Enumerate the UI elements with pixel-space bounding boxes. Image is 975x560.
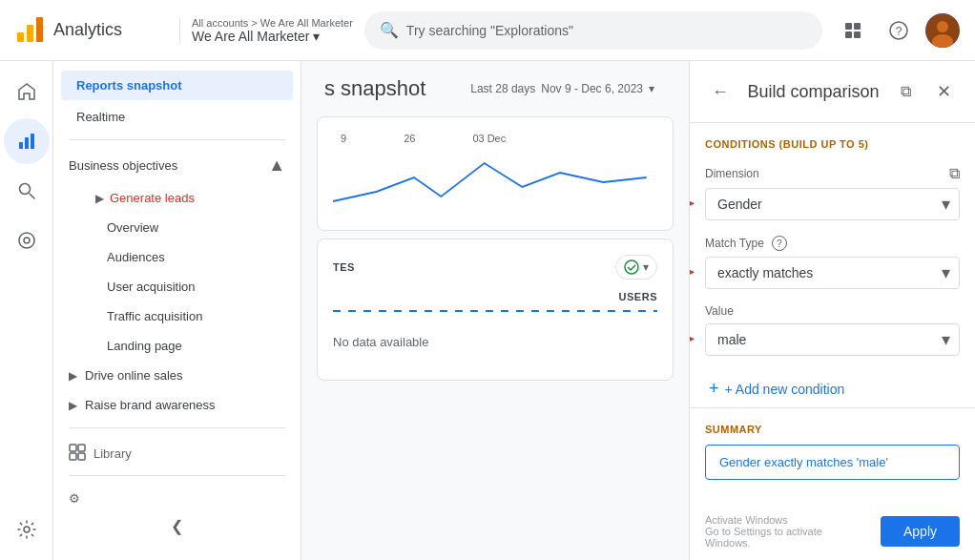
dropdown-icon: ▾	[313, 29, 320, 44]
sidebar-item-user-acquisition[interactable]: User acquisition	[53, 272, 301, 301]
value-select-wrapper[interactable]: male ▾	[705, 323, 960, 356]
svg-rect-4	[854, 23, 861, 30]
red-arrow-3: ➤	[690, 327, 695, 350]
sidebar-item-landing-page[interactable]: Landing page	[53, 331, 301, 361]
sidebar-item-raise-brand-awareness[interactable]: ▶ Raise brand awareness	[53, 390, 301, 420]
svg-point-23	[625, 260, 638, 274]
svg-point-16	[19, 233, 34, 248]
close-button[interactable]: ✕	[929, 76, 960, 107]
nav-home[interactable]	[4, 69, 50, 114]
analytics-logo-icon	[15, 15, 46, 46]
svg-rect-22	[78, 453, 85, 460]
svg-point-15	[19, 184, 30, 195]
sidebar-settings-icon: ⚙	[69, 491, 80, 506]
main-content: s snapshot Last 28 days Nov 9 - Dec 6, 2…	[301, 61, 975, 560]
top-navigation: Analytics All accounts > We Are All Mark…	[0, 0, 975, 61]
sidebar-category-business-objectives[interactable]: Business objectives ▲	[53, 148, 301, 183]
search-icon: 🔍	[380, 21, 399, 39]
breadcrumb: All accounts > We Are All Marketer	[192, 17, 353, 29]
sidebar-collapse-btn[interactable]: ❮	[53, 513, 301, 539]
sidebar-settings[interactable]: ⚙	[53, 484, 301, 513]
svg-rect-19	[70, 445, 76, 451]
dimension-select-wrapper[interactable]: Gender ▾	[705, 188, 960, 220]
dropdown-icon-2: ▾	[643, 260, 649, 274]
help-icon: ?	[889, 21, 908, 40]
chart-area: 9 26 03 Dec	[317, 116, 674, 231]
value-field-wrapper: ➤ male ▾	[705, 323, 960, 356]
sidebar-item-drive-online-sales[interactable]: ▶ Drive online sales	[53, 361, 301, 390]
account-info: All accounts > We Are All Marketer We Ar…	[179, 17, 353, 44]
dashed-line	[333, 310, 657, 312]
svg-rect-21	[70, 453, 76, 460]
logo-area: Analytics	[15, 15, 168, 46]
sidebar: Reports snapshot Realtime Business objec…	[53, 61, 301, 560]
match-type-select-wrapper[interactable]: exactly matches ▾	[705, 257, 960, 289]
nav-settings[interactable]	[4, 507, 50, 552]
svg-rect-13	[25, 137, 29, 149]
svg-point-18	[24, 527, 30, 532]
sidebar-divider-1	[69, 139, 285, 140]
svg-point-17	[24, 238, 30, 243]
dimension-select[interactable]: Gender	[705, 188, 960, 220]
grid-icon	[843, 21, 862, 40]
svg-rect-2	[36, 17, 43, 42]
summary-box: Gender exactly matches 'male'	[705, 445, 960, 480]
date-range-button[interactable]: Last 28 days Nov 9 - Dec 6, 2023 ▾	[459, 76, 666, 101]
icon-navigation	[0, 61, 53, 560]
advertising-icon	[16, 230, 37, 251]
content-area: s snapshot Last 28 days Nov 9 - Dec 6, 2…	[301, 61, 689, 560]
nav-advertising[interactable]	[4, 218, 50, 263]
arrow-right-icon: ▶	[95, 192, 104, 205]
value-select[interactable]: male	[705, 323, 960, 356]
search-bar[interactable]: 🔍 Try searching "Explorations"	[364, 11, 822, 50]
nav-reports[interactable]	[4, 118, 50, 164]
avatar-image	[925, 13, 960, 48]
apply-button[interactable]: Apply	[881, 516, 960, 547]
summary-label: SUMMARY	[705, 424, 960, 435]
section-panel-header: TES ▾	[333, 255, 657, 280]
sidebar-item-traffic-acquisition[interactable]: Traffic acquisition	[53, 301, 301, 331]
match-type-select[interactable]: exactly matches	[705, 257, 960, 289]
account-name[interactable]: We Are All Marketer ▾	[192, 29, 353, 44]
match-type-help-icon[interactable]: ?	[772, 236, 787, 251]
chart-dates: 9 26 03 Dec	[333, 133, 657, 144]
chevron-up-icon: ▲	[268, 156, 285, 176]
page-title: s snapshot	[324, 76, 425, 101]
arrow-right-icon-2: ▶	[69, 369, 77, 383]
svg-rect-3	[845, 23, 852, 30]
sidebar-divider-2	[69, 427, 285, 428]
grid-button[interactable]	[834, 11, 872, 50]
sidebar-item-reports-snapshot[interactable]: Reports snapshot	[61, 71, 293, 100]
svg-rect-20	[78, 445, 85, 451]
add-condition-button[interactable]: + + Add new condition	[705, 371, 960, 406]
svg-rect-6	[854, 31, 861, 38]
back-button[interactable]: ←	[705, 76, 736, 107]
sidebar-item-realtime[interactable]: Realtime	[61, 102, 293, 132]
red-arrow-2: ➤	[690, 260, 695, 283]
right-panel-title: Build comparison	[747, 82, 879, 102]
panel-header-icons: ⧉ ✕	[891, 76, 960, 107]
right-panel-header: ← Build comparison ⧉ ✕	[690, 61, 975, 123]
app-title: Analytics	[53, 20, 122, 40]
summary-section: SUMMARY Gender exactly matches 'male'	[690, 407, 975, 507]
avatar[interactable]	[925, 13, 960, 48]
dimension-field-wrapper: ➤ Gender ▾	[705, 188, 960, 220]
copy-dimension-icon[interactable]: ⧉	[949, 165, 960, 182]
panel-footer: Activate Windows Go to Settings to activ…	[690, 507, 975, 560]
copy-button[interactable]: ⧉	[891, 76, 922, 107]
sidebar-item-library[interactable]: Library	[53, 436, 301, 471]
check-button[interactable]: ▾	[615, 255, 657, 280]
no-data-message: No data available	[333, 320, 657, 364]
sidebar-item-generate-leads[interactable]: ▶ Generate leads	[53, 183, 301, 213]
library-icon	[69, 444, 86, 464]
sidebar-item-overview[interactable]: Overview	[53, 213, 301, 242]
home-icon	[16, 81, 37, 102]
match-type-label: Match Type ?	[705, 236, 960, 251]
arrow-right-icon-3: ▶	[69, 399, 77, 412]
sidebar-item-audiences[interactable]: Audiences	[53, 242, 301, 272]
help-button[interactable]: ?	[880, 11, 918, 50]
nav-explore[interactable]	[4, 168, 50, 214]
checkmark-icon	[624, 259, 639, 275]
chevron-left-icon: ❮	[171, 517, 183, 535]
plus-icon: +	[709, 379, 719, 399]
